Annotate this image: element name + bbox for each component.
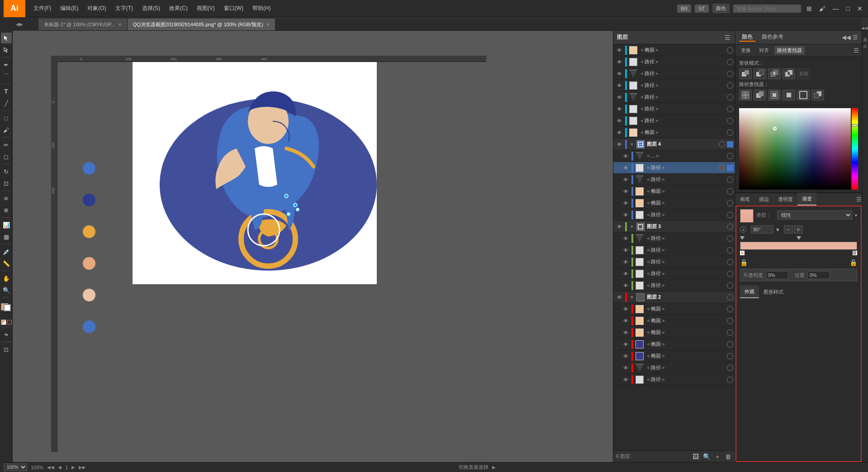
pf-minus-back[interactable] (811, 90, 824, 100)
layer-row-2f[interactable]: 👁 ＜路径＞ (613, 362, 735, 374)
layer-target-3[interactable] (727, 71, 733, 77)
layers-menu-btn[interactable]: ☰ (723, 33, 731, 42)
paintbrush-tool[interactable]: 🖌 (1, 124, 12, 135)
lock-right-icon[interactable]: 🔒 (849, 259, 857, 266)
gradient-reverse-btn[interactable]: ↔ (784, 225, 793, 234)
pf-crop[interactable] (783, 90, 795, 100)
layer-eye-8[interactable]: 👁 (615, 129, 623, 137)
layer-row-3e[interactable]: 👁 ＜路径＞ (613, 280, 735, 291)
layer-row-3c[interactable]: 👁 ＜路径＞ (613, 256, 735, 268)
layer-target-7[interactable] (727, 118, 733, 124)
layer-row-4d[interactable]: 👁 ＜椭圆＞ (613, 186, 735, 197)
angle-dropdown[interactable]: ▾ (776, 226, 779, 233)
layer-target-4c[interactable] (727, 176, 733, 183)
layer-eye-g3[interactable]: 👁 (615, 223, 623, 231)
layer-target-2b[interactable] (727, 318, 733, 324)
layer-row-4e[interactable]: 👁 ＜椭圆＞ (613, 197, 735, 209)
layer-canvas-btn[interactable]: 🖼 (692, 453, 700, 461)
grad-stop-delete[interactable]: 🗑 (852, 250, 857, 255)
tab-close-untitled[interactable]: ✕ (118, 22, 122, 27)
layer-target-2f[interactable] (727, 365, 733, 371)
layer-eye-3b[interactable]: 👁 (621, 246, 630, 254)
position-input[interactable] (807, 271, 830, 279)
zoom-tool[interactable]: 🔍 (1, 285, 12, 296)
layer-eye-3d[interactable]: 👁 (621, 270, 630, 278)
layer-target-4a[interactable] (727, 153, 733, 159)
stock-search[interactable] (733, 5, 801, 13)
tab-transform[interactable]: 变换 (738, 46, 754, 55)
layer-eye-2a[interactable]: 👁 (621, 305, 630, 313)
menu-type[interactable]: 文字(T) (111, 0, 138, 17)
layer-row-3a[interactable]: 👁 ＜路径＞ (613, 233, 735, 244)
menu-effect[interactable]: 效果(C) (165, 0, 192, 17)
tab-stroke[interactable]: 描边 (754, 193, 773, 205)
type-tool[interactable]: T (1, 86, 12, 97)
workspace-btn[interactable]: 颜色 (712, 4, 730, 13)
tab-pathfinder[interactable]: 路径查找器 (774, 46, 805, 55)
artboard-tool[interactable]: ⊡ (1, 344, 12, 355)
layer-eye-4b[interactable]: 👁 (621, 164, 630, 172)
blend-tool[interactable]: ⊕ (1, 205, 12, 215)
close-btn[interactable]: ✕ (855, 3, 864, 14)
warp-tool[interactable]: ≋ (1, 193, 12, 204)
layer-eye-4a[interactable]: 👁 (621, 152, 630, 160)
grad-stop-left[interactable] (740, 251, 745, 255)
artboard[interactable] (133, 58, 377, 284)
layer-row-6[interactable]: 👁 ＜路径＞ (613, 103, 735, 115)
tab-close-qq[interactable]: ✕ (266, 22, 270, 27)
maximize-btn[interactable]: □ (844, 3, 852, 14)
layer-target-4d[interactable] (727, 188, 733, 195)
layer-eye-g2[interactable]: 👁 (615, 293, 623, 301)
pencil-tool[interactable]: ✏ (1, 139, 12, 150)
gradient-type-select[interactable]: 线性 (777, 210, 852, 219)
tab-gradient[interactable]: 渐变 (797, 193, 816, 205)
layer-row-2a[interactable]: 👁 ＜椭圆＞ (613, 303, 735, 315)
layer-target-g3[interactable] (727, 224, 733, 230)
stroke-color[interactable] (4, 304, 11, 311)
menu-file[interactable]: 文件(F) (29, 0, 56, 17)
layer-eye-3a[interactable]: 👁 (621, 234, 630, 243)
menu-edit[interactable]: 编辑(E) (56, 0, 83, 17)
layer-row-4[interactable]: 👁 ＜路径＞ (613, 80, 735, 91)
layer-target-6[interactable] (727, 106, 733, 112)
swap-colors-btn[interactable]: ⇆ (1, 329, 12, 340)
menu-help[interactable]: 帮助(H) (248, 0, 275, 17)
gradient-angle-input[interactable] (751, 225, 773, 234)
layer-target-4[interactable] (727, 82, 733, 89)
layer-target-3c[interactable] (727, 259, 733, 265)
layer-eye-3e[interactable]: 👁 (621, 281, 630, 290)
pf-merge[interactable] (768, 90, 781, 100)
layer-row-1[interactable]: 👁 ＜椭圆＞ (613, 44, 735, 56)
layer-target-2g[interactable] (727, 377, 733, 383)
layer-row-4a[interactable]: 👁 ＜...＞ (613, 150, 735, 162)
zoom-select[interactable]: 100% (4, 463, 27, 471)
tab-qq[interactable]: QQ浏览器截图20190929144005.png* @ 100% (RGB/预… (128, 19, 275, 30)
layer-row-3d[interactable]: 👁 ＜路径＞ (613, 268, 735, 280)
tab-untitled[interactable]: 未标题-1* @ 100% (CMYK/GP... ✕ (38, 19, 128, 30)
layer-eye-2b[interactable]: 👁 (621, 317, 630, 325)
layer-eye-4f[interactable]: 👁 (621, 211, 630, 219)
pf-new-layer-btn[interactable]: 新建 (797, 68, 811, 79)
layer-row-4b[interactable]: 👁 ＜路径＞ (613, 162, 735, 174)
layer-eye-2c[interactable]: 👁 (621, 329, 630, 337)
layer-target-4b[interactable] (719, 165, 725, 171)
layer-eye-7[interactable]: 👁 (615, 117, 623, 125)
br-btn[interactable]: BR (677, 5, 691, 13)
panels-toggle-right[interactable]: ◀◀ (861, 26, 868, 30)
layer-group-4[interactable]: 👁 ▼ 图层 4 (613, 138, 735, 150)
layer-eye-2f[interactable]: 👁 (621, 364, 630, 372)
color-mode-toggle[interactable] (1, 319, 6, 325)
layer-target-2c[interactable] (727, 329, 733, 336)
layer-eye-4d[interactable]: 👁 (621, 187, 630, 195)
status-play-btn[interactable]: ▶ (492, 465, 496, 470)
eyedropper-tool[interactable]: 💉 (1, 246, 12, 257)
selection-tool[interactable] (1, 33, 12, 43)
layer-target-2[interactable] (727, 59, 733, 65)
layer-group-3[interactable]: 👁 ▼ 图层 3 (613, 221, 735, 233)
layer-row-5[interactable]: 👁 ＜路径＞ (613, 91, 735, 103)
layer-expand-g3[interactable]: ▼ (629, 224, 635, 230)
none-color[interactable] (7, 320, 12, 324)
nav-next[interactable]: ▶ (71, 465, 75, 470)
direct-selection-tool[interactable] (1, 44, 12, 55)
panel-menu-btn[interactable]: ☰ (853, 34, 858, 41)
